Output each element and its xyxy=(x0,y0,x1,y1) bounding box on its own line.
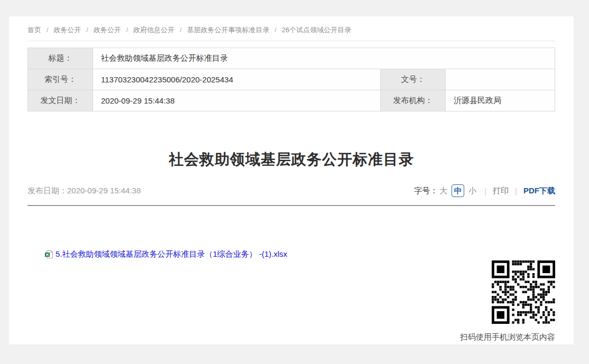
attachment-row: 5.社会救助领域领域基层政务公开标准目录（1综合业务） -(1).xlsx xyxy=(44,249,555,259)
publisher-value: 沂源县民政局 xyxy=(446,90,555,111)
issue-date-value: 2020-09-29 15:44:38 xyxy=(93,90,381,111)
publish-date-label: 发布日期： xyxy=(27,186,67,195)
article-toolbar: 字号： 大 中 小 | 打印 | PDF下载 xyxy=(414,184,555,197)
issue-date-label: 发文日期： xyxy=(28,90,93,111)
breadcrumb-item-zwgk-2[interactable]: 政务公开 xyxy=(94,25,121,35)
breadcrumb-divider xyxy=(27,41,555,41)
breadcrumb-separator: / xyxy=(180,26,181,34)
excel-file-icon[interactable] xyxy=(44,250,53,259)
breadcrumb-separator: / xyxy=(86,26,88,34)
publish-date-value: 2020-09-29 15:44:38 xyxy=(67,186,141,195)
table-row: 发文日期： 2020-09-29 15:44:38 发布机构： 沂源县民政局 xyxy=(28,90,555,111)
breadcrumb-item-gov-info[interactable]: 政府信息公开 xyxy=(133,25,174,35)
font-size-small-button[interactable]: 小 xyxy=(468,186,476,196)
breadcrumb-separator: / xyxy=(126,26,128,34)
doc-number-value xyxy=(446,69,555,90)
attachment-link[interactable]: 5.社会救助领域领域基层政务公开标准目录（1综合业务） -(1).xlsx xyxy=(44,249,287,259)
breadcrumb-separator: / xyxy=(47,26,48,34)
print-button[interactable]: 打印 xyxy=(493,186,509,196)
content-card: 首页 / 政务公开 / 政务公开 / 政府信息公开 / 基层政务公开事项标准目录… xyxy=(9,16,574,344)
content-divider xyxy=(27,205,555,206)
pdf-download-button[interactable]: PDF下载 xyxy=(523,186,555,196)
title-label: 标题： xyxy=(28,48,93,69)
breadcrumb-item-home[interactable]: 首页 xyxy=(27,25,41,35)
toolbar-separator: | xyxy=(515,186,517,195)
font-size-medium-button[interactable]: 中 xyxy=(452,184,464,197)
font-size-large-button[interactable]: 大 xyxy=(439,186,447,196)
title-value: 社会救助领域基层政务公开标准目录 xyxy=(93,48,555,69)
attachment-filename[interactable]: 5.社会救助领域领域基层政务公开标准目录（1综合业务） -(1).xlsx xyxy=(56,249,287,259)
qr-code xyxy=(492,260,555,324)
table-row: 标题： 社会救助领域基层政务公开标准目录 xyxy=(28,48,555,69)
breadcrumb-item-zwgk-1[interactable]: 政务公开 xyxy=(53,25,81,35)
breadcrumb-separator: / xyxy=(274,26,276,34)
publisher-label: 发布机构： xyxy=(381,90,446,111)
page-title: 社会救助领域基层政务公开标准目录 xyxy=(27,150,555,170)
index-number-value: 113703230042235006/2020-2025434 xyxy=(93,69,381,90)
breadcrumb-item-pilot-catalog[interactable]: 26个试点领域公开目录 xyxy=(282,25,351,35)
qr-section: 扫码使用手机浏览本页内容 xyxy=(27,260,555,342)
toolbar-separator: | xyxy=(484,186,486,195)
publish-date: 发布日期：2020-09-29 15:44:38 xyxy=(27,186,141,196)
document-meta-table: 标题： 社会救助领域基层政务公开标准目录 索引号： 11370323004223… xyxy=(27,48,555,111)
qr-caption: 扫码使用手机浏览本页内容 xyxy=(460,332,555,342)
table-row: 索引号： 113703230042235006/2020-2025434 文号： xyxy=(28,69,555,90)
breadcrumb-item-standard-catalog[interactable]: 基层政务公开事项标准目录 xyxy=(187,25,269,35)
article-meta-row: 发布日期：2020-09-29 15:44:38 字号： 大 中 小 | 打印 … xyxy=(27,184,555,197)
font-size-label: 字号： xyxy=(414,186,438,196)
doc-number-label: 文号： xyxy=(381,69,446,90)
breadcrumb: 首页 / 政务公开 / 政务公开 / 政府信息公开 / 基层政务公开事项标准目录… xyxy=(27,16,555,35)
index-number-label: 索引号： xyxy=(28,69,93,90)
